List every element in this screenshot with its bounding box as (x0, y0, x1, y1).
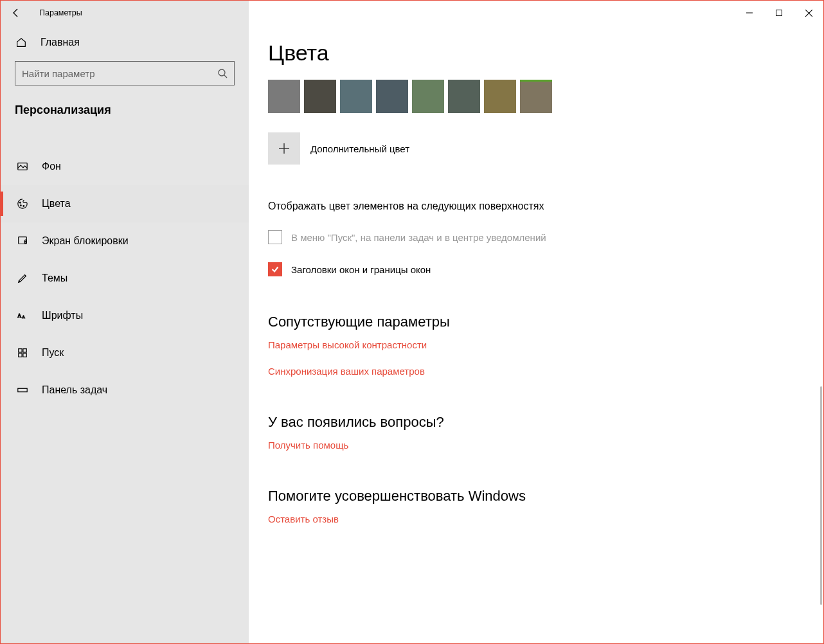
window-title: Параметры (39, 8, 82, 17)
link-get-help[interactable]: Получить помощь (268, 440, 804, 451)
color-swatch[interactable] (304, 80, 336, 113)
feedback-heading: Помогите усовершенствовать Windows (268, 488, 804, 505)
sidebar-item-background[interactable]: Фон (1, 148, 249, 185)
search-input[interactable] (22, 68, 217, 79)
checkbox[interactable] (268, 262, 282, 276)
sidebar-item-label: Шрифты (42, 310, 83, 321)
lockscreen-icon (16, 235, 29, 247)
main-content: Цвета Дополнительный цвет Отображать цве… (249, 1, 823, 643)
sidebar-item-colors[interactable]: Цвета (1, 185, 249, 222)
link-high-contrast[interactable]: Параметры высокой контрастности (268, 339, 804, 350)
svg-point-3 (20, 202, 21, 203)
add-color-label: Дополнительный цвет (310, 143, 409, 154)
sidebar-item-lockscreen[interactable]: Экран блокировки (1, 222, 249, 260)
sidebar-item-label: Цвета (42, 198, 71, 210)
color-swatch[interactable] (484, 80, 516, 113)
sidebar-item-taskbar[interactable]: Панель задач (1, 371, 249, 409)
page-title: Цвета (268, 40, 804, 66)
color-swatch[interactable] (520, 80, 552, 113)
picture-icon (16, 160, 29, 173)
svg-text:A: A (22, 314, 25, 319)
search-wrap (15, 61, 235, 85)
color-swatch[interactable] (268, 80, 300, 113)
sidebar-item-label: Панель задач (42, 384, 107, 396)
sidebar-item-themes[interactable]: Темы (1, 260, 249, 297)
sidebar-item-label: Фон (42, 161, 61, 172)
sidebar-item-start[interactable]: Пуск (1, 334, 249, 371)
svg-rect-12 (19, 353, 22, 357)
home-label: Главная (40, 37, 80, 48)
add-color-row: Дополнительный цвет (268, 132, 804, 165)
start-icon (16, 346, 29, 359)
checkbox-titlebars: Заголовки окон и границы окон (268, 262, 804, 276)
nav-list: Фон Цвета Экран блокировки Темы AA Шрифт… (1, 148, 249, 409)
color-swatch[interactable] (376, 80, 408, 113)
fonts-icon: AA (16, 309, 29, 322)
color-swatch[interactable] (412, 80, 444, 113)
sidebar-item-fonts[interactable]: AA Шрифты (1, 297, 249, 334)
svg-rect-7 (24, 241, 26, 243)
svg-point-5 (23, 206, 24, 207)
color-swatches (268, 80, 804, 113)
palette-icon (16, 197, 29, 210)
titlebar-left: Параметры (1, 1, 249, 25)
svg-rect-14 (18, 388, 27, 391)
checkbox (268, 230, 282, 244)
svg-point-4 (20, 205, 21, 206)
color-swatch[interactable] (340, 80, 372, 113)
sidebar-section-title: Персонализация (1, 85, 249, 125)
taskbar-icon (16, 384, 29, 397)
color-swatch[interactable] (448, 80, 480, 113)
svg-text:A: A (17, 312, 22, 319)
sidebar-item-label: Темы (42, 273, 67, 284)
checkbox-start-taskbar: В меню "Пуск", на панели задач и в центр… (268, 230, 804, 244)
related-heading: Сопутствующие параметры (268, 314, 804, 330)
svg-rect-13 (23, 353, 26, 357)
home-icon (15, 37, 28, 48)
help-heading: У вас появились вопросы? (268, 414, 804, 431)
back-button[interactable] (10, 6, 22, 19)
surfaces-heading: Отображать цвет элементов на следующих п… (268, 201, 804, 212)
sidebar-item-label: Экран блокировки (42, 235, 129, 247)
sidebar: Параметры Главная Персонализация Фон Цве… (1, 1, 249, 643)
themes-icon (16, 272, 29, 285)
scrollbar-thumb[interactable] (820, 386, 822, 605)
checkbox-label: Заголовки окон и границы окон (291, 264, 431, 275)
svg-line-1 (224, 75, 227, 78)
search-box[interactable] (15, 61, 235, 85)
svg-rect-11 (23, 349, 26, 352)
link-feedback[interactable]: Оставить отзыв (268, 514, 804, 524)
search-icon (217, 68, 228, 78)
home-nav[interactable]: Главная (1, 25, 249, 57)
link-sync-settings[interactable]: Синхронизация ваших параметров (268, 366, 804, 377)
add-color-button[interactable] (268, 132, 300, 165)
checkbox-label: В меню "Пуск", на панели задач и в центр… (291, 232, 546, 243)
sidebar-item-label: Пуск (42, 347, 64, 359)
svg-rect-10 (19, 349, 22, 352)
svg-point-0 (219, 69, 225, 76)
